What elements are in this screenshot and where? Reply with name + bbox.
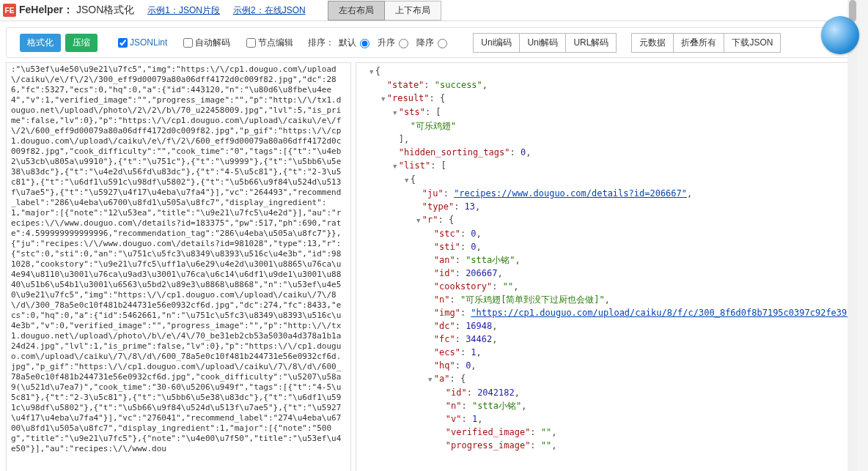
download-json-button[interactable]: 下载JSON: [724, 33, 781, 53]
json-value: "": [503, 281, 513, 292]
sort-asc-radio[interactable]: 升序: [378, 37, 410, 49]
fehelper-icon: FE: [3, 4, 16, 17]
tree-row[interactable]: ],: [356, 133, 851, 146]
expand-arrow-icon[interactable]: [380, 92, 387, 105]
tree-row[interactable]: "n": "可乐鸡翅[简单到没下过厨也会做]",: [356, 293, 851, 306]
tree-row[interactable]: "id": 2042182,: [356, 386, 851, 399]
json-key: "list": [399, 160, 430, 171]
sort-group: 排序： 默认 升序 降序: [308, 37, 451, 49]
sort-desc-input[interactable]: [438, 39, 447, 48]
tree-row[interactable]: "verified_image": "",: [356, 426, 851, 439]
editnode-label: 节点编辑: [258, 37, 293, 49]
tree-row[interactable]: "a": {: [356, 372, 851, 386]
tree-row[interactable]: "an": "stta小铭",: [356, 253, 851, 267]
tree-row[interactable]: "state": "success",: [356, 78, 851, 92]
jsonlint-checkbox[interactable]: JSONLint: [115, 36, 167, 50]
tree-row[interactable]: "type": 13,: [356, 200, 851, 213]
json-key: "id": [446, 387, 467, 398]
json-value: : [: [425, 107, 441, 117]
json-value: 206667: [466, 268, 497, 278]
json-value: :: [460, 229, 471, 239]
expand-arrow-icon[interactable]: [391, 105, 399, 119]
tree-row[interactable]: "hidden_sorting_tags": 0,: [356, 146, 851, 159]
tree-row[interactable]: "r": {: [356, 213, 851, 227]
json-value: :: [461, 401, 471, 411]
example2-link[interactable]: 示例2：在线JSON: [233, 4, 306, 17]
json-value: "可乐鸡翅[简单到没下过厨也会做]": [460, 294, 605, 305]
json-value: ,: [477, 414, 482, 424]
tree-row[interactable]: "list": [: [356, 159, 851, 173]
tree-row[interactable]: {: [356, 64, 851, 78]
sort-default-label: 默认: [339, 37, 356, 49]
json-value: ,: [513, 281, 518, 292]
json-key: "img": [434, 308, 460, 318]
tree-row[interactable]: "fc": 34462,: [356, 333, 851, 346]
sort-desc-radio[interactable]: 降序: [416, 37, 449, 49]
tree-row[interactable]: "cookstory": "",: [356, 280, 851, 293]
expand-arrow-icon[interactable]: [415, 213, 422, 227]
sort-asc-input[interactable]: [399, 39, 408, 48]
json-value: ,: [521, 401, 526, 411]
uni-encode-button[interactable]: Uni编码: [473, 33, 520, 53]
metadata-button[interactable]: 元数据: [631, 33, 674, 53]
layout-tab-lr[interactable]: 左右布局: [328, 1, 385, 21]
autodecode-input[interactable]: [183, 38, 193, 48]
json-value: 2042182: [477, 387, 515, 398]
json-key: "r": [422, 215, 438, 225]
format-button[interactable]: 格式化: [20, 34, 61, 52]
tree-row[interactable]: "result": {: [356, 92, 851, 105]
json-value: "": [541, 427, 551, 437]
editnode-input[interactable]: [246, 38, 256, 48]
tree-row[interactable]: "hq": 0,: [356, 359, 851, 372]
tree-row[interactable]: "dc": 16948,: [356, 319, 851, 333]
autodecode-label: 自动解码: [195, 37, 230, 49]
json-value: :: [492, 281, 502, 292]
json-tree-pane[interactable]: {"state": "success","result": {"sts": ["…: [356, 62, 852, 471]
expand-arrow-icon[interactable]: [368, 64, 375, 78]
json-value: :: [454, 201, 464, 212]
json-key: "ju": [422, 188, 444, 199]
json-key: "a": [434, 374, 450, 384]
collapse-all-button[interactable]: 折叠所有: [674, 33, 724, 53]
json-value: :: [510, 147, 520, 157]
brand-title: FeHelper：: [19, 4, 73, 17]
jsonlint-input[interactable]: [118, 38, 128, 48]
json-key: "fc": [434, 334, 455, 344]
tree-row[interactable]: "sti": 0,: [356, 240, 851, 253]
expand-arrow-icon[interactable]: [427, 372, 434, 386]
tree-row[interactable]: "id": 206667,: [356, 267, 851, 280]
tree-row[interactable]: "sts": [: [356, 105, 851, 119]
autodecode-checkbox[interactable]: 自动解码: [180, 36, 230, 50]
expand-arrow-icon[interactable]: [403, 173, 411, 187]
tree-row[interactable]: "ecs": 1,: [356, 346, 851, 359]
sort-default-radio[interactable]: 默认: [339, 37, 371, 49]
compress-button[interactable]: 压缩: [65, 34, 98, 52]
tree-row[interactable]: "stc": 0,: [356, 227, 851, 240]
raw-json-pane[interactable]: :"\u53ef\u4e50\u9e21\u7fc5","img":"https…: [6, 62, 351, 471]
tree-row[interactable]: "可乐鸡翅": [356, 119, 851, 133]
json-value: "stta小铭": [466, 255, 515, 265]
json-value: :: [424, 80, 434, 90]
json-value: :: [467, 387, 477, 398]
expand-arrow-icon[interactable]: [391, 159, 399, 173]
json-value: "stta小铭": [472, 401, 521, 411]
tree-row[interactable]: "ju": "recipes://www.douguo.com/details?…: [356, 187, 851, 200]
json-value: ,: [482, 80, 488, 90]
tree-row[interactable]: "progress_image": "",: [356, 439, 851, 452]
url-decode-button[interactable]: URL解码: [566, 33, 617, 53]
page-scrollbar[interactable]: [847, 0, 858, 471]
layout-tab-tb[interactable]: 上下布局: [385, 1, 441, 21]
uni-decode-button[interactable]: Uni解码: [520, 33, 566, 53]
tree-row[interactable]: "img": "https://cp1.douguo.com/upload/ca…: [356, 306, 851, 319]
json-key: "state": [387, 80, 424, 90]
editnode-checkbox[interactable]: 节点编辑: [243, 36, 293, 50]
tree-row[interactable]: "n": "stta小铭",: [356, 399, 851, 412]
toolbar: 格式化 压缩 JSONLint 自动解码 节点编辑 排序： 默认 升序 降序: [6, 27, 852, 58]
example1-link[interactable]: 示例1：JSON片段: [147, 4, 220, 17]
json-key: "verified_image": [446, 427, 531, 437]
json-value: :: [444, 188, 454, 199]
tree-row[interactable]: {: [356, 173, 851, 187]
json-value: :: [455, 255, 466, 265]
tree-row[interactable]: "v": 1,: [356, 412, 851, 426]
sort-default-input[interactable]: [360, 39, 369, 48]
